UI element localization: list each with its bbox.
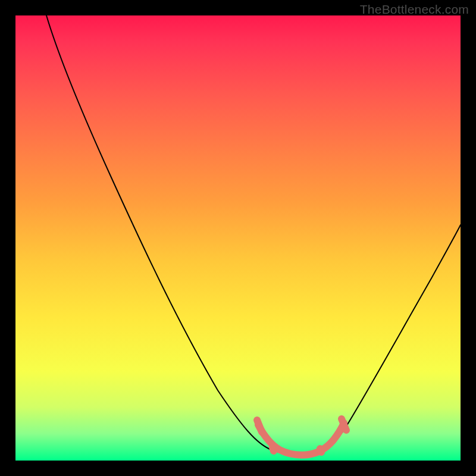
optimal-range-highlight	[257, 419, 346, 455]
chart-svg	[15, 15, 461, 461]
bottleneck-curve	[46, 15, 461, 455]
watermark-text: TheBottleneck.com	[360, 2, 469, 17]
chart-plot-area	[15, 15, 461, 461]
